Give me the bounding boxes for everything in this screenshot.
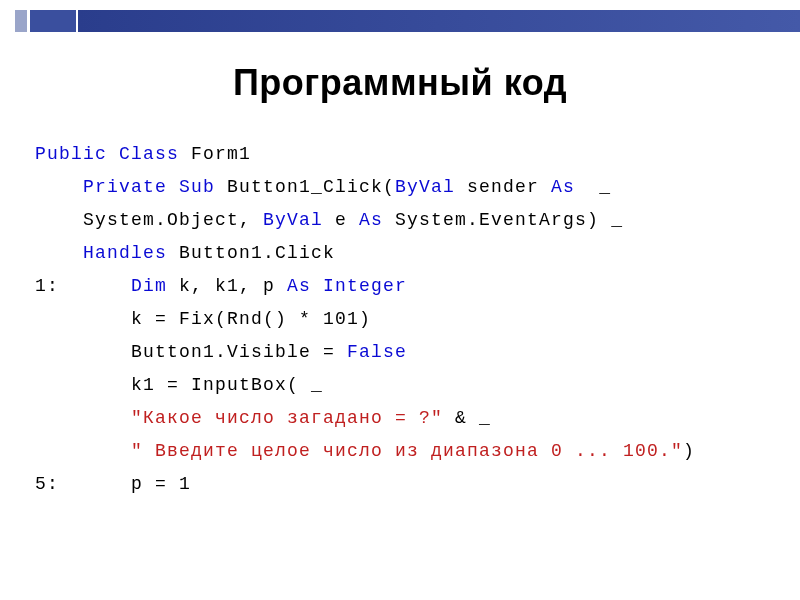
keyword: Public Class <box>35 144 179 164</box>
indent <box>35 177 83 197</box>
keyword: False <box>347 342 407 362</box>
code-text: Form1 <box>179 144 251 164</box>
bar-segment <box>15 10 27 32</box>
indent <box>35 375 131 395</box>
code-text: _ <box>575 177 611 197</box>
bar-segment <box>30 10 76 32</box>
code-text: sender <box>455 177 551 197</box>
code-text: & _ <box>443 408 491 428</box>
indent <box>35 210 83 230</box>
keyword: As Integer <box>287 276 407 296</box>
code-text: e <box>323 210 359 230</box>
code-text: Button1_Click( <box>215 177 395 197</box>
line-label: 5: <box>35 474 131 494</box>
indent <box>35 309 131 329</box>
keyword: ByVal <box>395 177 455 197</box>
slide-title: Программный код <box>0 62 800 104</box>
keyword: Dim <box>131 276 167 296</box>
line-label: 1: <box>35 276 131 296</box>
code-text: p = 1 <box>131 474 191 494</box>
string-literal: "Какое число загадано = ?" <box>131 408 443 428</box>
code-text: System.Object, <box>83 210 263 230</box>
keyword: ByVal <box>263 210 323 230</box>
string-literal: " Введите целое число из диапазона 0 ...… <box>131 441 683 461</box>
indent <box>35 408 131 428</box>
code-text: System.EventArgs) _ <box>383 210 623 230</box>
code-text: k, k1, p <box>167 276 287 296</box>
keyword: Private Sub <box>83 177 215 197</box>
indent <box>35 243 83 263</box>
code-text: k1 = InputBox( _ <box>131 375 323 395</box>
bar-segment <box>78 10 800 32</box>
decorative-top-bar <box>0 0 800 40</box>
indent <box>35 441 131 461</box>
code-text: k = Fix(Rnd() * 101) <box>131 309 371 329</box>
code-text: Button1.Visible = <box>131 342 347 362</box>
code-text: Button1.Click <box>167 243 335 263</box>
code-text: ) <box>683 441 695 461</box>
indent <box>35 342 131 362</box>
keyword: As <box>551 177 575 197</box>
code-block: Public Class Form1 Private Sub Button1_C… <box>35 138 695 501</box>
keyword: Handles <box>83 243 167 263</box>
keyword: As <box>359 210 383 230</box>
